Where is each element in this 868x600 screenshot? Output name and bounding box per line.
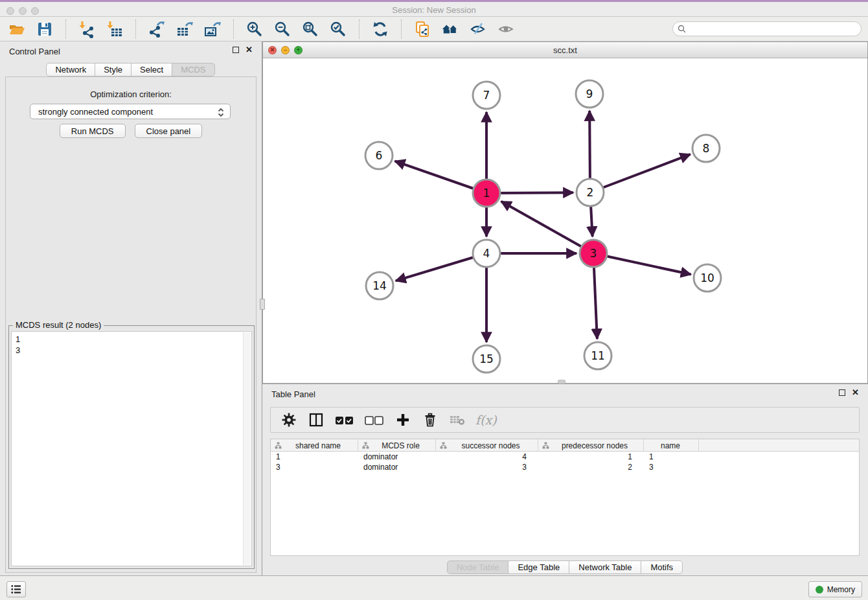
network-canvas[interactable]: 1234678910111415 xyxy=(263,58,867,383)
graph-edge-3-10[interactable] xyxy=(593,253,691,275)
save-session-button[interactable] xyxy=(36,20,54,38)
result-node: 3 xyxy=(12,345,251,356)
control-panel-title: Control Panel xyxy=(9,47,60,56)
export-image-button[interactable] xyxy=(203,20,222,38)
table-header-row: shared nameMCDS rolesuccessor nodesprede… xyxy=(271,439,859,452)
close-panel-button-2[interactable]: Close panel xyxy=(135,124,203,138)
table-cell[interactable]: 3 xyxy=(271,462,358,472)
zoom-in-button[interactable] xyxy=(246,20,264,38)
tab-motifs[interactable]: Motifs xyxy=(641,560,683,574)
node-table: shared nameMCDS rolesuccessor nodesprede… xyxy=(270,439,860,556)
search-input[interactable] xyxy=(672,21,862,36)
task-history-button[interactable] xyxy=(6,581,26,597)
column-header-shared-name[interactable]: shared name xyxy=(271,439,358,452)
memory-button[interactable]: Memory xyxy=(808,581,862,597)
graph-node-label: 14 xyxy=(372,279,387,292)
delete-table-button[interactable] xyxy=(448,411,466,429)
zoom-selected-button[interactable] xyxy=(329,20,347,38)
eye-slash-icon xyxy=(469,20,487,38)
graph-edge-2-8[interactable] xyxy=(590,154,691,192)
table-cell[interactable]: 4 xyxy=(436,452,538,462)
panel-divider-grip[interactable] xyxy=(260,299,265,310)
mcds-panel: Optimization criterion: strongly connect… xyxy=(5,76,257,573)
open-session-button[interactable] xyxy=(8,20,26,38)
show-eye-button[interactable] xyxy=(497,20,515,38)
graph-node-label: 6 xyxy=(376,149,383,162)
import-network-button[interactable] xyxy=(78,20,96,38)
criterion-select[interactable]: strongly connected component xyxy=(30,104,231,119)
export-network-icon xyxy=(148,20,166,38)
column-header-MCDS-role[interactable]: MCDS role xyxy=(358,439,436,452)
table-settings-button[interactable] xyxy=(280,411,298,429)
column-header-name[interactable]: name xyxy=(644,439,699,452)
function-builder-button[interactable]: f(x) xyxy=(475,413,497,427)
open-folder-icon xyxy=(8,20,26,38)
delete-button[interactable] xyxy=(421,411,439,429)
export-image-icon xyxy=(203,20,222,38)
control-panel: Control Panel ✕ Network Style Select MCD… xyxy=(0,41,262,575)
close-table-panel-button[interactable]: ✕ xyxy=(852,389,859,397)
tab-network[interactable]: Network xyxy=(46,63,95,76)
mcds-result-group: MCDS result (2 nodes) 1 3 xyxy=(8,325,255,569)
run-mcds-button[interactable]: Run MCDS xyxy=(60,124,126,138)
refresh-icon xyxy=(371,20,389,38)
add-button[interactable] xyxy=(394,411,412,429)
deselect-all-button[interactable] xyxy=(364,411,385,429)
column-header-predecessor-nodes[interactable]: predecessor nodes xyxy=(538,439,644,452)
tab-select[interactable]: Select xyxy=(131,63,172,76)
table-cell[interactable]: dominator xyxy=(358,452,436,462)
tab-network-table[interactable]: Network Table xyxy=(569,560,641,574)
result-scrollbar[interactable] xyxy=(243,332,251,565)
table-cell[interactable]: 1 xyxy=(644,452,699,462)
split-columns-button[interactable] xyxy=(307,411,325,429)
refresh-button[interactable] xyxy=(371,20,389,38)
column-header-icon xyxy=(362,442,369,449)
table-panel-title: Table Panel xyxy=(271,389,315,399)
column-header-icon xyxy=(542,442,549,449)
network-window-titlebar: ✕ – + scc.txt xyxy=(263,42,867,58)
select-chevrons-icon xyxy=(216,107,226,118)
edge-label-mark xyxy=(486,143,487,146)
tab-edge-table[interactable]: Edge Table xyxy=(508,560,569,574)
graph-node-label: 7 xyxy=(483,89,490,102)
table-cell[interactable]: 1 xyxy=(538,452,644,462)
table-toolbar: f(x) xyxy=(270,407,860,433)
import-table-button[interactable] xyxy=(106,20,124,38)
hide-eye-button[interactable] xyxy=(469,20,487,38)
table-row[interactable]: 3dominator323 xyxy=(271,462,859,472)
control-panel-tabs: Network Style Select MCDS xyxy=(0,63,262,76)
copy-network-button[interactable] xyxy=(413,20,431,38)
tab-node-table[interactable]: Node Table xyxy=(447,560,509,574)
zoom-fit-button[interactable] xyxy=(301,20,319,38)
close-panel-button[interactable]: ✕ xyxy=(246,46,253,54)
float-panel-button[interactable] xyxy=(233,47,239,53)
import-table-icon xyxy=(106,20,124,38)
table-cell[interactable]: 1 xyxy=(271,452,358,462)
graph-node-label: 10 xyxy=(700,271,714,284)
mcds-result-list[interactable]: 1 3 xyxy=(11,331,252,566)
zoom-fit-icon xyxy=(301,20,319,38)
table-cell[interactable]: 3 xyxy=(436,462,538,472)
deselect-all-icon xyxy=(365,415,384,425)
memory-label: Memory xyxy=(827,585,855,594)
table-cell[interactable]: dominator xyxy=(358,462,436,472)
optimization-criterion-label: Optimization criterion: xyxy=(6,89,256,99)
home-overview-button[interactable] xyxy=(441,20,459,38)
export-network-button[interactable] xyxy=(148,20,166,38)
home-icon xyxy=(441,20,459,38)
table-row[interactable]: 1dominator411 xyxy=(271,452,859,462)
export-table-button[interactable] xyxy=(176,20,194,38)
table-cell[interactable]: 2 xyxy=(538,462,644,472)
table-cell[interactable]: 3 xyxy=(644,462,699,472)
toolbar-separator xyxy=(65,19,66,39)
tab-style[interactable]: Style xyxy=(95,63,131,76)
column-header-successor-nodes[interactable]: successor nodes xyxy=(436,439,538,452)
tab-mcds[interactable]: MCDS xyxy=(172,63,214,76)
select-all-button[interactable] xyxy=(334,411,355,429)
toolbar-separator xyxy=(135,19,136,39)
table-tabs: Node Table Edge Table Network Table Moti… xyxy=(262,560,868,574)
float-table-panel-button[interactable] xyxy=(839,389,845,396)
zoom-out-button[interactable] xyxy=(273,20,291,38)
graph-edge-3-1[interactable] xyxy=(501,202,593,253)
plus-icon xyxy=(396,413,410,427)
